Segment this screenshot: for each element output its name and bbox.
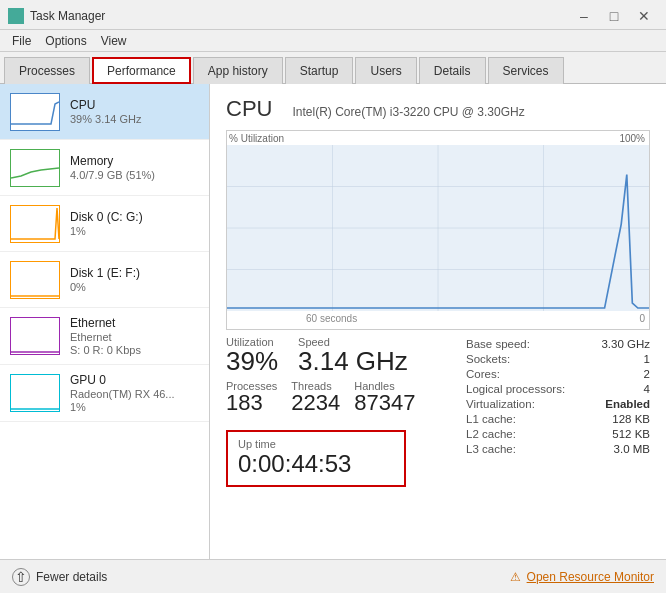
tab-app-history[interactable]: App history bbox=[193, 57, 283, 84]
ethernet-name: Ethernet bbox=[70, 316, 199, 330]
cpu-sub: 39% 3.14 GHz bbox=[70, 113, 199, 125]
chart-area bbox=[227, 145, 649, 311]
disk0-name: Disk 0 (C: G:) bbox=[70, 210, 199, 224]
speed-value: 3.14 GHz bbox=[298, 348, 408, 374]
main-content: CPU 39% 3.14 GHz Memory 4.0/7.9 GB (51%) bbox=[0, 84, 666, 559]
cpu-info: CPU 39% 3.14 GHz bbox=[70, 98, 199, 125]
svg-rect-6 bbox=[11, 206, 59, 242]
ethernet-sub2: S: 0 R: 0 Kbps bbox=[70, 344, 199, 356]
minimize-button[interactable]: – bbox=[570, 6, 598, 26]
chart-time-right: 0 bbox=[639, 313, 645, 327]
sidebar-item-disk0[interactable]: Disk 0 (C: G:) 1% bbox=[0, 196, 209, 252]
cpu-name: CPU bbox=[70, 98, 199, 112]
app-icon bbox=[8, 8, 24, 24]
chart-y-label: % Utilization bbox=[229, 133, 284, 144]
disk1-sub: 0% bbox=[70, 281, 199, 293]
uptime-box: Up time 0:00:44:53 bbox=[226, 430, 406, 487]
info-sockets: Sockets: 1 bbox=[466, 351, 650, 366]
info-cores: Cores: 2 bbox=[466, 366, 650, 381]
stat-handles: Handles 87347 bbox=[354, 380, 415, 414]
stat-speed: Speed 3.14 GHz bbox=[298, 336, 408, 374]
panel-header: CPU Intel(R) Core(TM) i3-3220 CPU @ 3.30… bbox=[226, 96, 650, 122]
tab-users[interactable]: Users bbox=[355, 57, 416, 84]
tab-services[interactable]: Services bbox=[488, 57, 564, 84]
bottombar: ⇧ Fewer details ⚠ Open Resource Monitor bbox=[0, 559, 666, 593]
gpu0-sub2: 1% bbox=[70, 401, 199, 413]
gpu0-thumb bbox=[10, 374, 60, 412]
sidebar-item-gpu0[interactable]: GPU 0 Radeon(TM) RX 46... 1% bbox=[0, 365, 209, 422]
info-l2-cache: L2 cache: 512 KB bbox=[466, 426, 650, 441]
sidebar-item-memory[interactable]: Memory 4.0/7.9 GB (51%) bbox=[0, 140, 209, 196]
info-logical-processors: Logical processors: 4 bbox=[466, 381, 650, 396]
sidebar-item-cpu[interactable]: CPU 39% 3.14 GHz bbox=[0, 84, 209, 140]
titlebar: Task Manager – □ ✕ bbox=[0, 0, 666, 30]
tab-performance[interactable]: Performance bbox=[92, 57, 191, 84]
cpu-chart: % Utilization 100% 60 bbox=[226, 130, 650, 330]
panel-title: CPU bbox=[226, 96, 272, 122]
tab-bar: Processes Performance App history Startu… bbox=[0, 52, 666, 84]
svg-rect-0 bbox=[10, 10, 15, 15]
utilization-value: 39% bbox=[226, 348, 278, 374]
memory-thumb bbox=[10, 149, 60, 187]
stat-processes: Processes 183 bbox=[226, 380, 277, 414]
handles-value: 87347 bbox=[354, 392, 415, 414]
chart-time-left: 60 seconds bbox=[306, 313, 357, 327]
ethernet-info: Ethernet Ethernet S: 0 R: 0 Kbps bbox=[70, 316, 199, 356]
ethernet-thumb bbox=[10, 317, 60, 355]
cpu-panel: CPU Intel(R) Core(TM) i3-3220 CPU @ 3.30… bbox=[210, 84, 666, 559]
memory-info: Memory 4.0/7.9 GB (51%) bbox=[70, 154, 199, 181]
stat-utilization: Utilization 39% bbox=[226, 336, 278, 374]
menu-options[interactable]: Options bbox=[39, 32, 92, 50]
disk1-thumb bbox=[10, 261, 60, 299]
tab-startup[interactable]: Startup bbox=[285, 57, 354, 84]
memory-sub: 4.0/7.9 GB (51%) bbox=[70, 169, 199, 181]
window-controls: – □ ✕ bbox=[570, 6, 658, 26]
disk0-info: Disk 0 (C: G:) 1% bbox=[70, 210, 199, 237]
gpu0-name: GPU 0 bbox=[70, 373, 199, 387]
stats-left: Utilization 39% Speed 3.14 GHz Processes… bbox=[226, 336, 446, 487]
sidebar-item-ethernet[interactable]: Ethernet Ethernet S: 0 R: 0 Kbps bbox=[0, 308, 209, 365]
fewer-details-button[interactable]: ⇧ Fewer details bbox=[12, 568, 107, 586]
open-resource-monitor-button[interactable]: ⚠ Open Resource Monitor bbox=[510, 570, 654, 584]
disk0-sub: 1% bbox=[70, 225, 199, 237]
sidebar: CPU 39% 3.14 GHz Memory 4.0/7.9 GB (51%) bbox=[0, 84, 210, 559]
uptime-value: 0:00:44:53 bbox=[238, 450, 394, 479]
svg-rect-8 bbox=[11, 318, 59, 354]
tab-details[interactable]: Details bbox=[419, 57, 486, 84]
chart-time-labels: 60 seconds 0 bbox=[302, 311, 649, 329]
window-title: Task Manager bbox=[30, 9, 105, 23]
disk1-name: Disk 1 (E: F:) bbox=[70, 266, 199, 280]
processes-value: 183 bbox=[226, 392, 277, 414]
disk0-thumb bbox=[10, 205, 60, 243]
stats-row1: Utilization 39% Speed 3.14 GHz bbox=[226, 336, 446, 374]
chevron-up-icon: ⇧ bbox=[12, 568, 30, 586]
svg-rect-5 bbox=[11, 150, 59, 186]
uptime-label: Up time bbox=[238, 438, 394, 450]
cpu-thumb bbox=[10, 93, 60, 131]
info-panel: Base speed: 3.30 GHz Sockets: 1 Cores: 2… bbox=[456, 336, 650, 487]
chart-y-max: 100% bbox=[619, 133, 645, 144]
gpu0-sub1: Radeon(TM) RX 46... bbox=[70, 388, 199, 400]
ethernet-sub1: Ethernet bbox=[70, 331, 199, 343]
disk1-info: Disk 1 (E: F:) 0% bbox=[70, 266, 199, 293]
svg-rect-7 bbox=[11, 262, 59, 298]
stats-section: Utilization 39% Speed 3.14 GHz Processes… bbox=[226, 336, 650, 487]
menu-file[interactable]: File bbox=[6, 32, 37, 50]
panel-subtitle: Intel(R) Core(TM) i3-3220 CPU @ 3.30GHz bbox=[292, 105, 524, 119]
gpu0-info: GPU 0 Radeon(TM) RX 46... 1% bbox=[70, 373, 199, 413]
info-l1-cache: L1 cache: 128 KB bbox=[466, 411, 650, 426]
info-virtualization: Virtualization: Enabled bbox=[466, 396, 650, 411]
info-l3-cache: L3 cache: 3.0 MB bbox=[466, 441, 650, 456]
menu-view[interactable]: View bbox=[95, 32, 133, 50]
info-base-speed: Base speed: 3.30 GHz bbox=[466, 336, 650, 351]
sidebar-item-disk1[interactable]: Disk 1 (E: F:) 0% bbox=[0, 252, 209, 308]
svg-rect-1 bbox=[17, 10, 22, 15]
close-button[interactable]: ✕ bbox=[630, 6, 658, 26]
stats-row2: Processes 183 Threads 2234 Handles 87347 bbox=[226, 380, 446, 414]
maximize-button[interactable]: □ bbox=[600, 6, 628, 26]
resource-monitor-icon: ⚠ bbox=[510, 570, 521, 584]
threads-value: 2234 bbox=[291, 392, 340, 414]
menubar: File Options View bbox=[0, 30, 666, 52]
svg-rect-2 bbox=[10, 17, 15, 22]
tab-processes[interactable]: Processes bbox=[4, 57, 90, 84]
